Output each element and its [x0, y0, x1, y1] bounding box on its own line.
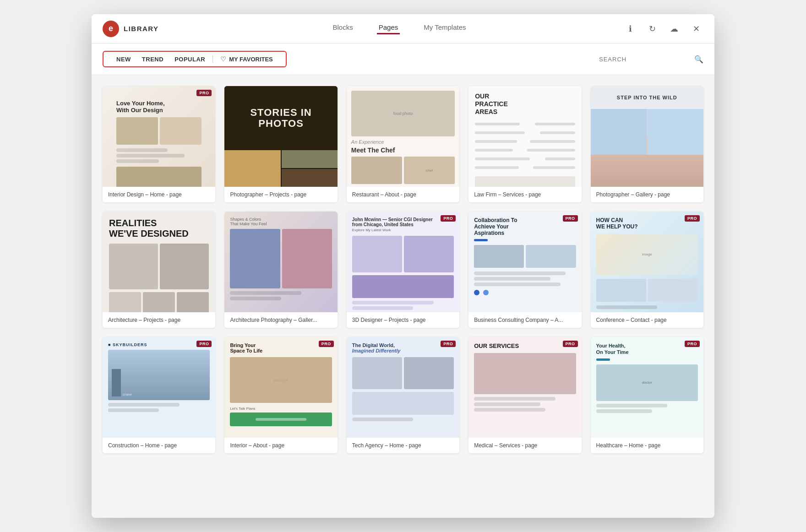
- search-input[interactable]: [599, 56, 691, 63]
- tab-my-templates[interactable]: My Templates: [422, 23, 468, 34]
- refresh-button[interactable]: ↻: [645, 22, 659, 36]
- pro-badge: PRO: [196, 90, 212, 96]
- card-label: Healthcare – Home - page: [591, 438, 703, 453]
- pro-badge: PRO: [319, 341, 334, 347]
- card-label: Restaurant – About - page: [347, 187, 459, 202]
- pro-badge: PRO: [196, 341, 212, 347]
- card-thumb: HOW CANWE HELP YOU? image PRO: [591, 212, 703, 312]
- templates-grid: Love Your Home,With Our Design: [103, 86, 703, 453]
- card-architecture-photo-gallery[interactable]: Shapes & ColorsThat Make You Feel Archit…: [224, 212, 337, 328]
- logo-area: e LIBRARY: [103, 21, 176, 37]
- card-photographer-gallery[interactable]: STEP INTO THE WILD Photographer – Galler…: [591, 86, 703, 202]
- card-photographer-projects[interactable]: STORIES IN PHOTOS Photographer – Projec: [224, 86, 337, 202]
- card-label: 3D Designer – Projects - page: [347, 312, 459, 328]
- card-thumb: OUR SERVICES PRO: [468, 337, 581, 438]
- card-3d-designer-projects[interactable]: John Mcwinn — Senior CGI Designerfrom Ch…: [347, 212, 459, 328]
- card-thumb: The Digital World,Imagined Differently P…: [347, 337, 459, 438]
- heart-icon: ♡: [220, 55, 226, 63]
- tab-pages[interactable]: Pages: [377, 23, 400, 34]
- card-label: Photographer – Gallery - page: [591, 187, 703, 202]
- info-button[interactable]: ℹ: [623, 22, 637, 36]
- header-actions: ℹ ↻ ☁ ✕: [623, 22, 703, 36]
- library-title: LIBRARY: [124, 25, 159, 33]
- card-thumb: STORIES IN PHOTOS: [224, 86, 337, 187]
- header-tabs: Blocks Pages My Templates: [176, 23, 623, 34]
- card-conference-contact[interactable]: HOW CANWE HELP YOU? image PRO: [591, 212, 703, 328]
- card-label: Architecture Photography – Galler...: [224, 312, 337, 328]
- card-interior-design-home[interactable]: Love Your Home,With Our Design: [103, 86, 215, 202]
- pro-badge: PRO: [563, 215, 578, 222]
- content-area: Love Your Home,With Our Design: [92, 75, 714, 518]
- card-architecture-projects[interactable]: REALITIESWE'VE DESIGNED Architecture – P…: [103, 212, 215, 328]
- modal-header: e LIBRARY Blocks Pages My Templates ℹ ↻ …: [92, 14, 714, 43]
- card-digital-world[interactable]: The Digital World,Imagined Differently P…: [347, 337, 459, 453]
- card-label: Construction – Home - page: [103, 438, 215, 453]
- card-label: Law Firm – Services - page: [468, 187, 581, 202]
- favorites-label: MY FAVORITES: [229, 56, 273, 63]
- card-label: Photographer – Projects - page: [224, 187, 337, 202]
- card-thumb: Bring YourSpace To Life plant pot Let's …: [224, 337, 337, 438]
- filter-trend[interactable]: TREND: [136, 56, 169, 63]
- card-thumb: Your Health,On Your Time doctor PRO: [591, 337, 703, 438]
- filter-bar: NEW TREND POPULAR ♡ MY FAVORITES 🔍: [92, 43, 714, 75]
- card-thumb: Shapes & ColorsThat Make You Feel: [224, 212, 337, 312]
- card-thumb: John Mcwinn — Senior CGI Designerfrom Ch…: [347, 212, 459, 312]
- pro-badge: PRO: [685, 341, 700, 347]
- pro-badge: PRO: [563, 341, 578, 347]
- card-skybuilders[interactable]: ■ SKYBUILDERS crane PRO Construction – H…: [103, 337, 215, 453]
- card-bring-space[interactable]: Bring YourSpace To Life plant pot Let's …: [224, 337, 337, 453]
- filter-tabs-group: NEW TREND POPULAR ♡ MY FAVORITES: [103, 51, 287, 67]
- close-button[interactable]: ✕: [689, 22, 703, 36]
- card-label: Architecture – Projects - page: [103, 312, 215, 328]
- pro-badge: PRO: [685, 215, 700, 222]
- library-modal: e LIBRARY Blocks Pages My Templates ℹ ↻ …: [92, 14, 714, 518]
- card-health[interactable]: Your Health,On Your Time doctor PRO Heal…: [591, 337, 703, 453]
- elementor-logo: e: [103, 21, 119, 37]
- card-thumb: REALITIESWE'VE DESIGNED: [103, 212, 215, 312]
- card-business-consulting[interactable]: Collaboration ToAchieve YourAspirations: [468, 212, 581, 328]
- card-thumb: food photo An Experience Meet The Chef c…: [347, 86, 459, 187]
- filter-favorites[interactable]: ♡ MY FAVORITES: [215, 55, 278, 63]
- search-area: 🔍: [599, 55, 703, 64]
- card-law-firm-services[interactable]: OURPRACTICEAREAS Law Firm – Services - p…: [468, 86, 581, 202]
- filter-divider: [212, 55, 213, 63]
- tab-blocks[interactable]: Blocks: [331, 23, 355, 34]
- card-thumb: Collaboration ToAchieve YourAspirations: [468, 212, 581, 312]
- card-label: Business Consulting Company – A...: [468, 312, 581, 328]
- card-thumb: Love Your Home,With Our Design: [103, 86, 215, 187]
- card-label: Conference – Contact - page: [591, 312, 703, 328]
- card-label: Medical – Services - page: [468, 438, 581, 453]
- pro-badge: PRO: [441, 215, 456, 222]
- card-label: Tech Agency – Home - page: [347, 438, 459, 453]
- card-thumb: ■ SKYBUILDERS crane PRO: [103, 337, 215, 438]
- card-thumb: OURPRACTICEAREAS: [468, 86, 581, 187]
- card-our-services[interactable]: OUR SERVICES PRO Medical – Services - pa…: [468, 337, 581, 453]
- search-icon[interactable]: 🔍: [694, 55, 703, 64]
- filter-popular[interactable]: POPULAR: [169, 56, 211, 63]
- card-label: Interior – About - page: [224, 438, 337, 453]
- pro-badge: PRO: [441, 341, 456, 347]
- filter-new[interactable]: NEW: [111, 56, 136, 63]
- save-button[interactable]: ☁: [667, 22, 681, 36]
- card-restaurant-about[interactable]: food photo An Experience Meet The Chef c…: [347, 86, 459, 202]
- card-label: Interior Design – Home - page: [103, 187, 215, 202]
- card-thumb: STEP INTO THE WILD: [591, 86, 703, 187]
